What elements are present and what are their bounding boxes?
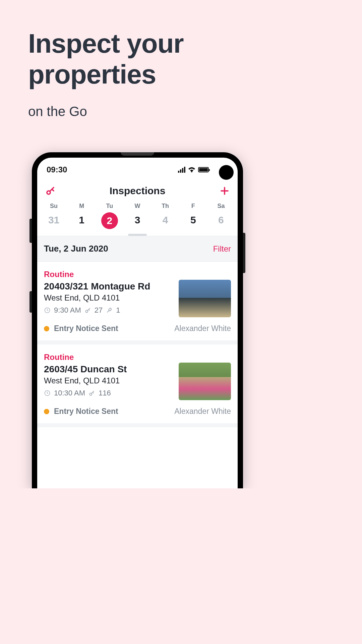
inspection-tag: Routine <box>44 270 172 279</box>
day-number: 1 <box>71 214 93 226</box>
battery-icon <box>198 167 209 172</box>
day-number: 2 <box>101 212 118 229</box>
inspection-card[interactable]: Routine 20403/321 Montague Rd West End, … <box>37 262 238 344</box>
day-number: 4 <box>155 214 176 226</box>
filter-button[interactable]: Filter <box>213 244 231 254</box>
inspection-card[interactable]: Routine 2603/45 Duncan St West End, QLD … <box>37 344 238 427</box>
day-number: 5 <box>182 214 204 226</box>
status-dot-icon <box>44 409 49 414</box>
key-count: 116 <box>99 389 111 397</box>
key-icon <box>88 390 95 396</box>
day-of-week-label: Th <box>155 203 176 210</box>
day-cell[interactable]: F 5 <box>182 203 204 229</box>
day-cell[interactable]: M 1 <box>71 203 93 229</box>
jobs-count: 1 <box>116 306 120 315</box>
wrench-icon <box>106 307 113 314</box>
wifi-icon <box>188 167 195 172</box>
clock-icon <box>44 307 51 314</box>
status-text: Entry Notice Sent <box>54 407 118 416</box>
day-of-week-label: M <box>71 203 93 210</box>
day-cell[interactable]: Th 4 <box>155 203 176 229</box>
status-bar: 09:30 <box>37 158 238 182</box>
day-number: 31 <box>43 214 65 226</box>
inspection-tag: Routine <box>44 353 172 362</box>
agent-name: Alexander White <box>174 324 231 333</box>
property-thumbnail <box>179 363 231 400</box>
status-time: 09:30 <box>47 165 67 174</box>
status-text: Entry Notice Sent <box>54 324 118 333</box>
day-cell[interactable]: Sa 6 <box>210 203 232 229</box>
plus-icon[interactable] <box>220 186 230 196</box>
signal-icon <box>178 167 185 173</box>
address-line-1: 2603/45 Duncan St <box>44 364 172 375</box>
day-of-week-label: W <box>127 203 148 210</box>
selected-date: Tue, 2 Jun 2020 <box>44 244 108 254</box>
day-of-week-label: Tu <box>99 203 120 210</box>
day-of-week-label: Sa <box>210 203 232 210</box>
key-count: 27 <box>95 306 103 315</box>
key-icon[interactable] <box>45 186 55 196</box>
property-thumbnail <box>179 280 231 317</box>
agent-name: Alexander White <box>174 407 231 416</box>
address-line-1: 20403/321 Montague Rd <box>44 281 172 292</box>
week-strip[interactable]: Su 31M 1Tu 2W 3Th 4F 5Sa 6 <box>37 199 238 234</box>
day-cell[interactable]: W 3 <box>127 203 148 229</box>
page-title: Inspections <box>110 185 166 197</box>
day-of-week-label: F <box>182 203 204 210</box>
inspection-time: 9:30 AM <box>54 306 81 315</box>
clock-icon <box>44 390 51 396</box>
day-of-week-label: Su <box>43 203 65 210</box>
day-number: 6 <box>210 214 232 226</box>
promo-subline: on the Go <box>28 104 247 119</box>
promo-headline: Inspect your properties <box>28 28 247 90</box>
status-dot-icon <box>44 326 49 331</box>
phone-frame: 09:30 Inspections Su <box>32 152 243 488</box>
day-number: 3 <box>127 214 148 226</box>
inspection-time: 10:30 AM <box>54 389 85 397</box>
address-line-2: West End, QLD 4101 <box>44 376 172 385</box>
day-cell[interactable]: Tu 2 <box>99 203 120 229</box>
address-line-2: West End, QLD 4101 <box>44 293 172 303</box>
day-cell[interactable]: Su 31 <box>43 203 65 229</box>
key-icon <box>84 307 91 314</box>
